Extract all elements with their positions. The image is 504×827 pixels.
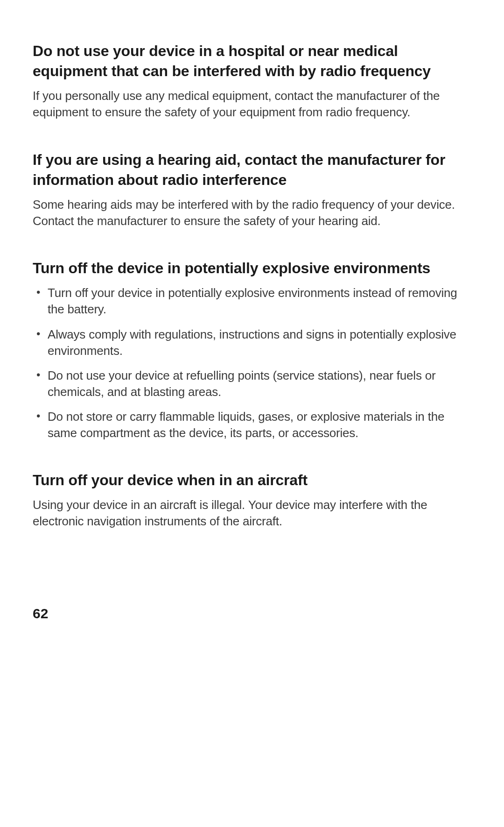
heading-hearing-aid: If you are using a hearing aid, contact …	[33, 150, 471, 190]
body-hospital: If you personally use any medical equipm…	[33, 88, 471, 120]
list-item: Always comply with regulations, instruct…	[33, 326, 471, 359]
list-item: Turn off your device in potentially expl…	[33, 285, 471, 318]
section-explosive: Turn off the device in potentially explo…	[33, 258, 471, 441]
list-item: Do not store or carry flammable liquids,…	[33, 409, 471, 441]
bullet-list-explosive: Turn off your device in potentially expl…	[33, 285, 471, 441]
heading-aircraft: Turn off your device when in an aircraft	[33, 470, 471, 490]
body-aircraft: Using your device in an aircraft is ille…	[33, 497, 471, 530]
page-number: 62	[33, 606, 48, 622]
heading-explosive: Turn off the device in potentially explo…	[33, 258, 471, 278]
section-hospital: Do not use your device in a hospital or …	[33, 41, 471, 121]
list-item: Do not use your device at refuelling poi…	[33, 368, 471, 400]
section-aircraft: Turn off your device when in an aircraft…	[33, 470, 471, 530]
body-hearing-aid: Some hearing aids may be interfered with…	[33, 197, 471, 229]
page-content: Do not use your device in a hospital or …	[0, 0, 504, 530]
section-hearing-aid: If you are using a hearing aid, contact …	[33, 150, 471, 230]
heading-hospital: Do not use your device in a hospital or …	[33, 41, 471, 81]
